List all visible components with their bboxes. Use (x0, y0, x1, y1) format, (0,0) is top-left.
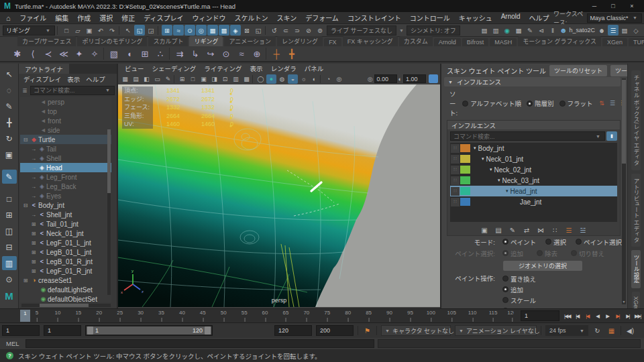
camera-lock-icon[interactable]: ▤ (131, 74, 141, 84)
history-icon[interactable]: ⊃ (292, 25, 303, 36)
xray-icon[interactable]: ◔ (323, 74, 333, 84)
clip-icon[interactable]: ▦ (606, 325, 616, 336)
cluster-icon[interactable]: ∴ (154, 47, 167, 60)
chevron-down-icon[interactable]: ▼ (398, 28, 405, 33)
expand-icon[interactable]: → (30, 184, 38, 190)
vertex-dots-icon[interactable]: ∷ (549, 225, 561, 235)
playback-end-field[interactable]: 120 (274, 325, 312, 336)
paint-effects-icon[interactable]: ✎ (525, 25, 535, 36)
shelf-tab[interactable]: レンダリング (277, 36, 323, 46)
construction-history-icon[interactable]: ⊚ (315, 25, 325, 36)
create-joint-icon[interactable]: ✱ (11, 47, 24, 60)
sep[interactable] (252, 75, 255, 83)
layout-split-horizontal[interactable]: ◫ (2, 224, 17, 238)
character-set-dropdown[interactable]: ▼ キャラクタ セットなし (381, 325, 451, 336)
render-view-icon[interactable]: ▤ (479, 25, 490, 36)
outliner-item[interactable]: ⊞ < LegF_01_R_jnt (20, 266, 111, 276)
playback-start-field[interactable]: 1 (44, 325, 81, 336)
paint-skin-weights-icon[interactable]: ◖ (123, 47, 136, 60)
current-tool-paint-skin-weights[interactable]: ✎ (2, 170, 17, 184)
go-to-start-button[interactable]: |◀◀ (562, 310, 572, 322)
blend-shape-icon[interactable]: ⇉ (173, 47, 186, 60)
row-grip-icon[interactable] (451, 187, 460, 196)
outliner-item[interactable]: ◄ top (20, 107, 111, 116)
fps-dropdown[interactable]: 24 fps ▼ (545, 325, 588, 336)
viewport-canvas[interactable]: x y z 頂点: 1341 1341 0 (118, 84, 440, 307)
influences-section-header[interactable]: ▼ インフルエンス (444, 77, 621, 86)
shelf-tab[interactable]: Bifrost (462, 38, 489, 46)
undo-icon[interactable]: ↶ (95, 25, 106, 36)
tool-help-button[interactable]: ツール ヘルプ (610, 65, 627, 76)
resolution-gate-icon[interactable]: ▣ (199, 74, 209, 84)
expand-icon[interactable]: ⊞ (30, 259, 38, 265)
open-scene-icon[interactable]: ▱ (72, 25, 83, 36)
launch-render-icon[interactable]: ⊲ (536, 25, 547, 36)
swap-influences-icon[interactable]: ⇄ (521, 225, 533, 235)
sort-radio[interactable]: 階層別 (527, 99, 554, 108)
shelf-tab[interactable]: FX キャッシング (343, 36, 398, 46)
reset-tool-button[interactable]: ツールのリセット (549, 65, 607, 76)
menu-item[interactable]: スケルトン (230, 13, 272, 23)
viewport-menu-item[interactable]: レンダラ (267, 64, 301, 73)
maya-logo[interactable]: M (2, 289, 17, 303)
smooth-shade-icon[interactable]: ● (266, 74, 276, 84)
outliner-menu-item[interactable]: ディスプレイ (21, 74, 64, 84)
paint-operation-radio[interactable]: 置き換え (502, 274, 563, 284)
bookmark-icon[interactable]: ▭ (152, 74, 162, 84)
sidebar-tab[interactable]: チャネル ボックス/レイヤ エディタ (631, 70, 641, 170)
step-forward-key-button[interactable]: ▶| (612, 310, 623, 322)
select-camera-icon[interactable]: ▦ (120, 74, 130, 84)
outliner-item[interactable]: → < Shell_jnt (20, 210, 111, 219)
film-gate-icon[interactable]: □ (188, 74, 198, 84)
shelf-tab[interactable]: Arnold (434, 38, 461, 46)
image-plane-icon[interactable]: ✎ (163, 74, 173, 84)
highlight-selection-icon[interactable]: ◱ (253, 25, 264, 36)
outliner-item[interactable]: → ◈ Leg_Front (20, 172, 111, 182)
step-back-key-button[interactable]: |◀ (582, 310, 592, 322)
expand-icon[interactable]: ⊞ (30, 221, 38, 227)
animation-end-field[interactable]: 200 (316, 325, 354, 336)
outliner-item[interactable]: ◄ persp (20, 97, 111, 107)
show-selected-list-icon[interactable]: ☰ (564, 225, 575, 235)
pose-editor-icon[interactable]: ↳ (189, 47, 202, 60)
snap-view-plane-icon[interactable]: ▦ (207, 25, 218, 36)
shadows-icon[interactable]: ◐ (309, 74, 319, 84)
humanik-icon[interactable]: ✦ (72, 47, 86, 60)
input-connections-icon[interactable]: ⊂ (280, 25, 291, 36)
expand-icon[interactable]: ⊞ (30, 240, 38, 246)
paste-weights-icon[interactable]: ▤ (493, 225, 504, 235)
insert-joint-icon[interactable]: ≪ (57, 47, 70, 60)
shelf-tab[interactable]: スカルプト (148, 36, 188, 46)
mel-input[interactable] (25, 339, 374, 348)
wrap-deformer-icon[interactable]: ↪ (204, 47, 217, 60)
menu-item[interactable]: キャッシュ (454, 13, 496, 23)
menu-item[interactable]: 作成 (73, 13, 95, 23)
range-end-handle[interactable] (205, 326, 211, 335)
soft-mod-icon[interactable]: ⊕ (250, 47, 264, 60)
snap-curve-icon[interactable]: ≈ (173, 25, 184, 36)
outliner-item[interactable]: → ◈ Head (20, 163, 111, 172)
move-tool[interactable]: ╋ (2, 115, 17, 129)
expand-icon[interactable]: ⊟ (21, 137, 30, 143)
set-key-icon[interactable]: ⚑ (362, 325, 372, 336)
bookmark-user-icon[interactable]: ☻ (596, 25, 607, 36)
rotate-tool[interactable]: ↻ (2, 131, 17, 145)
outliner-item[interactable]: ⊞ < LegF_01_L_jnt (20, 238, 111, 247)
layout-single-pane[interactable]: □ (2, 192, 17, 206)
select-hierarchy-icon[interactable]: ↖ (123, 25, 133, 36)
camera-attributes-icon[interactable]: ◧ (142, 74, 152, 84)
parent-constraint-icon[interactable]: ┼ (270, 47, 283, 60)
outliner-item[interactable]: ⊞ < Tail_01_jnt (20, 219, 111, 229)
menu-item[interactable]: 修正 (117, 13, 140, 23)
play-backwards-button[interactable]: ◀ (592, 310, 602, 322)
outliner-item[interactable]: ◄ side (20, 125, 111, 135)
new-scene-icon[interactable]: □ (61, 25, 72, 36)
sep[interactable] (320, 75, 323, 83)
sep[interactable] (158, 26, 160, 35)
pause-icon[interactable]: ‖ (547, 25, 558, 36)
layout-hypershade[interactable]: ⊙ (2, 272, 17, 286)
menu-item[interactable]: ヘルプ (525, 13, 553, 23)
outliner-item[interactable]: ⊞ < LegB_01_L_jnt (20, 247, 111, 257)
outliner-menu-item[interactable]: 表示 (64, 74, 83, 84)
mode-radio[interactable]: ペイント (502, 237, 536, 247)
